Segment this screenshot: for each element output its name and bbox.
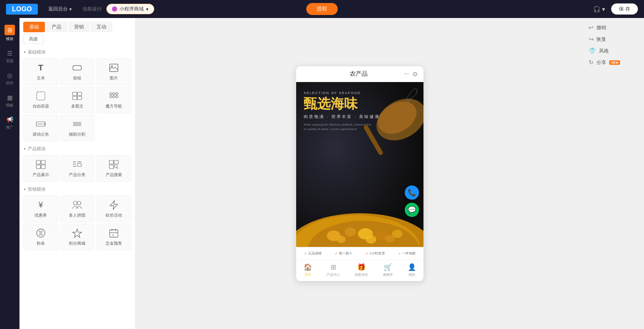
sidebar-item-control[interactable]: ◎ 控件 xyxy=(0,67,19,90)
scan-icon[interactable]: ⊙ xyxy=(413,70,417,78)
sidebar-item-module[interactable]: ⊞ 模块 xyxy=(0,21,19,45)
module-flash-sale[interactable]: 砍价活动 xyxy=(96,196,131,222)
svg-point-11 xyxy=(110,96,112,98)
module-group-buy[interactable]: 多人拼团 xyxy=(60,196,95,222)
module-product-category[interactable]: 产品分类 xyxy=(60,155,95,182)
back-button[interactable]: 返回后台 ▾ xyxy=(45,4,75,14)
svg-rect-27 xyxy=(109,160,113,164)
phone-mockup: 农产品 ··· ⊙ SELECTION OF SEAFOOD 甄选海味 肉质饱满… xyxy=(296,66,423,281)
nav-label-products: 产品中心 xyxy=(326,272,340,277)
share-icon: ↻ xyxy=(589,59,593,66)
redo-action[interactable]: ↪ 恢复 xyxy=(589,36,640,43)
tab-interactive[interactable]: 互动 xyxy=(91,22,112,32)
module-points[interactable]: 积分商城 xyxy=(60,224,95,250)
auth-button[interactable]: 授权 xyxy=(306,3,338,15)
svg-rect-6 xyxy=(73,96,77,100)
module-free-container-label: 自由容器 xyxy=(33,103,49,109)
sidebar-label-page: 页面 xyxy=(6,58,13,64)
phone-header: 农产品 ··· ⊙ xyxy=(296,66,423,82)
undo-action[interactable]: ↩ 撤销 xyxy=(589,24,640,31)
divider-icon xyxy=(72,119,82,129)
image-icon xyxy=(109,63,119,73)
text-icon: T xyxy=(36,63,46,73)
svg-text:¥: ¥ xyxy=(112,234,114,236)
nav-item-cart[interactable]: 🛒 购物车 xyxy=(383,263,393,277)
module-multi-image[interactable]: 多图文 xyxy=(60,87,95,113)
flash-sale-icon xyxy=(109,200,119,210)
mini-program-label: 小程序商域 xyxy=(119,6,144,12)
module-magic-nav[interactable]: 魔方导航 xyxy=(96,87,131,113)
nav-item-profile[interactable]: 👤 我的 xyxy=(408,263,416,277)
module-scroll-notice[interactable]: 滚动公告 xyxy=(23,115,58,141)
save-button[interactable]: 保 存 xyxy=(611,3,638,15)
right-panel: ↩ 撤销 ↪ 恢复 👕 风格 ↻ 分享 NEW xyxy=(584,18,644,329)
module-image[interactable]: 图片 xyxy=(96,58,131,85)
trust-item-3: ✓ 一件包邮 xyxy=(398,251,416,256)
module-presell-label: 定金预售 xyxy=(106,241,122,246)
sub-tab-advanced[interactable]: 高级 xyxy=(23,34,43,44)
svg-line-31 xyxy=(117,167,118,169)
module-divider[interactable]: 辅助分割 xyxy=(60,115,95,141)
module-multi-image-label: 多图文 xyxy=(71,103,83,109)
svg-rect-35 xyxy=(110,230,118,237)
module-points-label: 积分商城 xyxy=(69,241,85,246)
headset-icon[interactable]: 🎧 ▾ xyxy=(593,6,605,13)
sidebar-item-page[interactable]: ☰ 页面 xyxy=(0,45,19,67)
shrimp-icon xyxy=(401,86,420,106)
home-icon: 🏠 xyxy=(304,263,312,271)
fab-wechat-button[interactable]: 💬 xyxy=(405,203,419,217)
module-image-label: 图片 xyxy=(110,75,118,81)
basic-module-grid: T 文本 按钮 图片 自由容器 xyxy=(19,57,135,143)
tab-product[interactable]: 产品 xyxy=(46,22,67,32)
redo-label: 恢复 xyxy=(596,36,606,43)
mini-program-selector[interactable]: 小程序商域 ▾ xyxy=(106,4,154,14)
fab-phone-button[interactable]: 📞 xyxy=(405,185,419,200)
svg-point-51 xyxy=(337,236,346,243)
nav-item-deals[interactable]: 🎁 优惠专区 xyxy=(355,263,368,277)
tab-marketing[interactable]: 营销 xyxy=(68,22,90,32)
sidebar-label-module: 模块 xyxy=(6,36,13,42)
control-icon: ◎ xyxy=(6,71,14,79)
sidebar-item-promote[interactable]: 📢 推广 xyxy=(0,112,19,134)
phone-title: 农产品 xyxy=(350,70,368,78)
nav-item-products[interactable]: ⊞ 产品中心 xyxy=(326,263,340,277)
module-coupon[interactable]: ¥ 优惠券 xyxy=(23,196,58,222)
module-coupon-label: 优惠券 xyxy=(34,212,47,218)
style-action[interactable]: 👕 风格 xyxy=(589,47,640,54)
points-icon xyxy=(72,228,82,238)
share-label: 分享 xyxy=(596,59,606,66)
share-action[interactable]: ↻ 分享 NEW xyxy=(589,59,640,66)
module-button-label: 按钮 xyxy=(73,75,81,81)
module-button[interactable]: 按钮 xyxy=(60,58,95,85)
module-seckill[interactable]: 秒杀 xyxy=(23,224,58,250)
svg-rect-28 xyxy=(114,160,118,164)
nav-item-home[interactable]: 🏠 首页 xyxy=(304,263,312,277)
svg-rect-18 xyxy=(36,160,40,164)
module-flash-sale-label: 砍价活动 xyxy=(106,212,122,218)
sidebar-item-template[interactable]: ▦ 模板 xyxy=(0,90,19,112)
svg-rect-29 xyxy=(109,165,113,169)
food-pile xyxy=(296,176,423,247)
module-text[interactable]: T 文本 xyxy=(23,58,58,85)
module-presell[interactable]: ¥ 定金预售 xyxy=(96,224,131,250)
sub-tab-row: 高级 xyxy=(19,32,135,46)
svg-point-13 xyxy=(116,96,118,98)
tab-basic[interactable]: 基础 xyxy=(23,22,45,32)
svg-point-9 xyxy=(113,93,115,95)
svg-point-52 xyxy=(366,235,376,244)
svg-rect-21 xyxy=(41,165,45,169)
current-design-label: 当前设计 xyxy=(82,6,102,12)
banner-text-part1: 甄选 xyxy=(304,96,331,111)
more-icon[interactable]: ··· xyxy=(404,70,409,78)
module-free-container[interactable]: 自由容器 xyxy=(23,87,58,113)
svg-point-8 xyxy=(110,93,112,95)
deals-icon: 🎁 xyxy=(357,263,365,271)
svg-point-12 xyxy=(113,96,115,98)
phone-header-icons: ··· ⊙ xyxy=(404,70,417,78)
logo: LOGO xyxy=(6,4,38,15)
module-product-display[interactable]: 产品展示 xyxy=(23,155,58,182)
module-product-search[interactable]: 产品搜索 xyxy=(96,155,131,182)
undo-icon: ↩ xyxy=(589,24,593,31)
check-icon-0: ✓ xyxy=(304,251,307,256)
products-icon: ⊞ xyxy=(331,263,336,271)
